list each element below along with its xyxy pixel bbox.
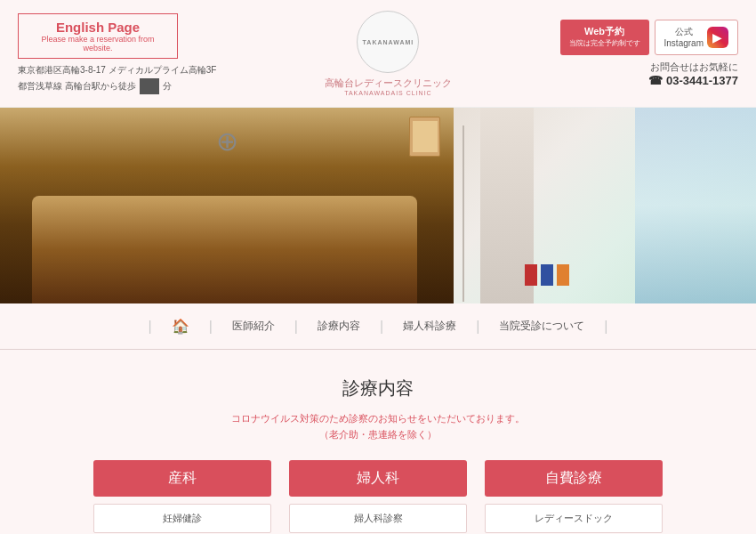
treatment-col-gynecology: 婦人科 婦人科診察 女性ヘルスケア（思春期・更年期） 不妊 [289, 460, 467, 534]
clinic-name-ja: 高輪台レディースクリニック [325, 77, 452, 90]
nav-divider-3: | [380, 319, 383, 335]
web-reserve-button[interactable]: Web予約 当院は完全予約制です [560, 20, 649, 55]
station-text: 都営浅草線 高輪台駅から徒歩 [18, 80, 136, 93]
hero-window [635, 108, 756, 303]
nav-item-treatment[interactable]: 診療内容 [302, 313, 376, 339]
treatment-header-selfpay: 自費診療 [485, 460, 663, 497]
treatment-grid: 産科 妊婦健診 出生前検査 ３Ｄ／４Ｄエコー 産後相談・母乳外来 婦人科 婦人科… [18, 460, 738, 534]
instagram-icon: ▶ [707, 27, 728, 48]
contact-info: お問合せはお気軽に ☎ 03-3441-1377 [648, 61, 738, 87]
clinic-name-en: TAKANAWADAIS CLINIC [344, 90, 431, 96]
instagram-label-text: 公式 Instagram [664, 26, 704, 49]
treatment-header-obstetrics: 産科 [93, 460, 271, 497]
walk-badge [140, 78, 159, 94]
nav-divider-2: | [294, 319, 298, 335]
treatment-col-selfpay: 自費診療 レディースドック 胎帯中絶手術 ピル・緊急避妊 プラセンタ・美容注射 … [485, 460, 663, 534]
address-bar: 東京都港区高輪3-8-17 メディカルプライム高輪3F [18, 59, 216, 77]
wall-art [409, 117, 440, 157]
station-bar: 都営浅草線 高輪台駅から徒歩 分 [18, 77, 216, 94]
contact-phone: ☎ 03-3441-1377 [648, 74, 738, 87]
treatment-item-gyn-exam[interactable]: 婦人科診察 [289, 504, 467, 533]
corridor-line [462, 125, 464, 302]
treatment-header-gynecology: 婦人科 [289, 460, 467, 497]
header-right: Web予約 当院は完全予約制です 公式 Instagram ▶ お問合せはお気軽… [560, 20, 738, 87]
web-reserve-sub: 当院は完全予約制です [569, 38, 640, 48]
section-notice: コロナウイルス対策のため診察のお知らせをいただいております。 （老介助・患連絡を… [18, 411, 738, 442]
reception-desk [32, 196, 418, 303]
notice-line1: コロナウイルス対策のため診察のお知らせをいただいております。 [18, 411, 738, 427]
ceiling-fan-icon: ⊕ [216, 125, 238, 157]
nav-divider-4: | [476, 319, 479, 335]
hero-inner: ⊕ [0, 108, 756, 303]
clinic-logo: TAKANAWAMI [357, 11, 419, 73]
color-blocks [525, 264, 569, 286]
header-buttons: Web予約 当院は完全予約制です 公式 Instagram ▶ [560, 20, 738, 55]
header-center: TAKANAWAMI 高輪台レディースクリニック TAKANAWADAIS CL… [325, 11, 452, 96]
treatment-item-prenatal[interactable]: 妊婦健診 [93, 504, 271, 533]
instagram-button[interactable]: 公式 Instagram ▶ [655, 20, 738, 55]
main-nav: | 🏠 | 医師紹介 | 診療内容 | 婦人科診療 | 当院受診について | [0, 303, 756, 350]
site-header: English Page Please make a reservation f… [0, 0, 756, 108]
hero-left: ⊕ [0, 108, 454, 303]
address-text: 東京都港区高輪3-8-17 メディカルプライム高輪3F [18, 64, 216, 77]
nav-divider-1: | [209, 319, 213, 335]
english-page-sub: Please make a reservation from website. [33, 35, 163, 53]
treatment-item-ladies-doc[interactable]: レディースドック [485, 504, 663, 533]
nav-home[interactable]: 🏠 [156, 312, 205, 340]
hero-right [454, 108, 756, 303]
english-page-box: English Page Please make a reservation f… [18, 13, 178, 59]
english-page-title: English Page [33, 20, 163, 35]
notice-line2: （老介助・患連絡を除く） [18, 427, 738, 443]
contact-label: お問合せはお気軽に [648, 61, 738, 74]
header-left: English Page Please make a reservation f… [18, 13, 216, 94]
hero-image: ⊕ [0, 108, 756, 303]
nav-divider-0: | [149, 319, 152, 335]
nav-divider-5: | [604, 319, 607, 335]
section-title: 診療内容 [18, 376, 738, 400]
nav-item-visit[interactable]: 当院受診について [483, 313, 600, 339]
nav-item-doctor[interactable]: 医師紹介 [216, 313, 291, 339]
nav-item-gynecology[interactable]: 婦人科診療 [387, 313, 472, 339]
main-content: 診療内容 コロナウイルス対策のため診察のお知らせをいただいております。 （老介助… [0, 350, 756, 534]
treatment-col-obstetrics: 産科 妊婦健診 出生前検査 ３Ｄ／４Ｄエコー 産後相談・母乳外来 [93, 460, 271, 534]
web-reserve-title: Web予約 [569, 25, 640, 38]
walk-time: 分 [163, 80, 172, 93]
